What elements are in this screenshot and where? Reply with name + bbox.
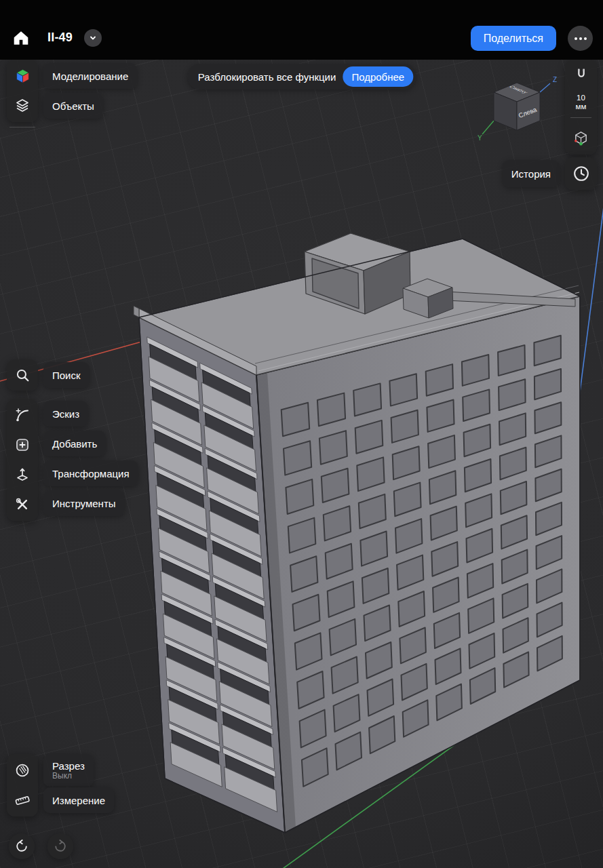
section-button[interactable]	[7, 755, 38, 785]
magnet-button[interactable]	[566, 62, 597, 87]
unlock-banner: Разблокировать все функции Подробнее	[187, 64, 416, 90]
unlock-banner-text: Разблокировать все функции	[198, 71, 336, 83]
search-icon	[14, 367, 31, 384]
transform-icon	[14, 467, 31, 483]
transform-button[interactable]	[7, 460, 38, 490]
measure-label[interactable]: Измерение	[43, 787, 114, 813]
add-label[interactable]: Добавить	[43, 431, 106, 456]
home-icon	[12, 29, 30, 47]
instruments-label[interactable]: Инструменты	[43, 490, 125, 516]
top-bar: II-49 Поделиться	[0, 0, 603, 60]
snap-divider	[570, 117, 591, 118]
section-label[interactable]: Разрез Выкл	[43, 754, 94, 787]
history-button[interactable]	[572, 164, 591, 183]
snap-toggle-button[interactable]	[566, 125, 597, 152]
tools-toolbar	[7, 399, 38, 521]
title-menu-button[interactable]	[84, 29, 102, 47]
sketch-icon	[14, 407, 31, 423]
sketch-label[interactable]: Эскиз	[43, 401, 88, 427]
search-panel	[7, 359, 38, 391]
search-button[interactable]	[14, 367, 31, 384]
history-panel	[565, 157, 597, 190]
modeling-tab-button[interactable]	[7, 61, 38, 91]
plus-square-icon	[14, 437, 31, 453]
axis-z-label: Z	[553, 76, 557, 83]
ellipsis-icon	[575, 37, 577, 40]
section-state: Выкл	[52, 772, 72, 781]
snap-cube-icon	[573, 130, 589, 146]
add-button[interactable]	[7, 430, 38, 460]
document-title: II-49	[47, 31, 73, 45]
section-icon	[14, 762, 31, 778]
undo-button[interactable]	[9, 833, 35, 859]
app-window: II-49 Поделиться Моделиров	[0, 0, 603, 868]
learn-more-button[interactable]: Подробнее	[343, 66, 413, 87]
layers-icon	[14, 98, 31, 114]
magnet-icon	[574, 67, 589, 82]
tools-icon	[14, 496, 31, 513]
chevron-down-icon	[89, 34, 97, 42]
history-label[interactable]: История	[503, 160, 560, 187]
view-tools-toolbar	[7, 754, 38, 816]
view-cube[interactable]: Сверху Слева Z Y	[471, 73, 566, 151]
mode-toolbar	[7, 60, 38, 122]
grid-size-value[interactable]: 10 мм	[576, 94, 587, 111]
modeling-label[interactable]: Моделирование	[43, 63, 137, 89]
clock-icon	[572, 164, 591, 183]
instruments-button[interactable]	[7, 490, 38, 519]
transform-label[interactable]: Трансформация	[43, 460, 138, 486]
objects-label[interactable]: Объекты	[43, 93, 103, 119]
redo-button[interactable]	[47, 833, 73, 859]
measure-button[interactable]	[7, 785, 38, 815]
undo-icon	[14, 839, 29, 854]
modeling-cube-icon	[14, 68, 31, 85]
objects-tab-button[interactable]	[7, 91, 38, 121]
more-button[interactable]	[568, 26, 593, 51]
home-button[interactable]	[12, 24, 39, 52]
axis-y-label: Y	[478, 134, 482, 142]
sketch-button[interactable]	[7, 400, 38, 430]
ruler-icon	[14, 792, 31, 808]
redo-icon	[53, 839, 68, 854]
snap-panel: 10 мм	[565, 60, 597, 155]
share-button[interactable]: Поделиться	[471, 26, 556, 51]
toolbar-divider	[9, 127, 35, 127]
search-label[interactable]: Поиск	[43, 362, 90, 388]
